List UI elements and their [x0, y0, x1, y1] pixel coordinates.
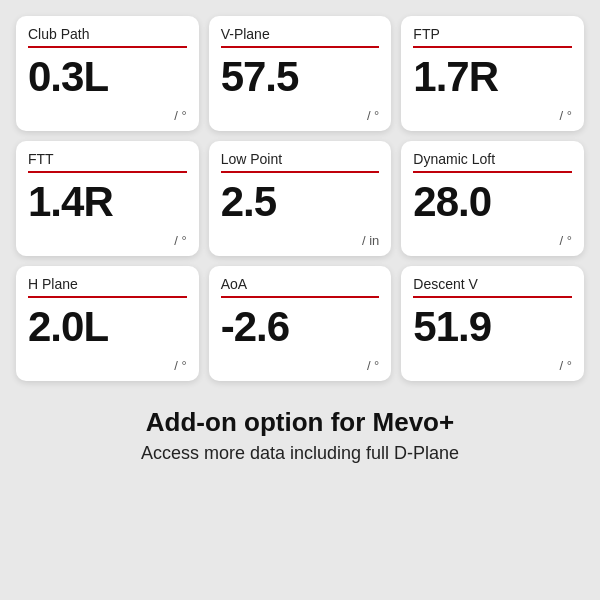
- footer-text: Add-on option for Mevo+ Access more data…: [121, 397, 479, 466]
- card-unit-ftt: / °: [174, 233, 186, 248]
- card-aoa: AoA -2.6 / °: [209, 266, 392, 381]
- card-h-plane: H Plane 2.0L / °: [16, 266, 199, 381]
- card-low-point: Low Point 2.5 / in: [209, 141, 392, 256]
- card-ftt: FTT 1.4R / °: [16, 141, 199, 256]
- card-title-ftt: FTT: [28, 151, 54, 167]
- card-divider-club-path: [28, 46, 187, 48]
- card-divider-v-plane: [221, 46, 380, 48]
- card-value-low-point: 2.5: [221, 179, 276, 225]
- card-divider-aoa: [221, 296, 380, 298]
- card-unit-dynamic-loft: / °: [560, 233, 572, 248]
- card-divider-low-point: [221, 171, 380, 173]
- card-title-v-plane: V-Plane: [221, 26, 270, 42]
- card-value-h-plane: 2.0L: [28, 304, 108, 350]
- card-value-ftt: 1.4R: [28, 179, 113, 225]
- card-value-dynamic-loft: 28.0: [413, 179, 491, 225]
- card-value-aoa: -2.6: [221, 304, 289, 350]
- card-descent-v: Descent V 51.9 / °: [401, 266, 584, 381]
- card-divider-dynamic-loft: [413, 171, 572, 173]
- card-title-ftp: FTP: [413, 26, 439, 42]
- card-value-club-path: 0.3L: [28, 54, 108, 100]
- card-title-club-path: Club Path: [28, 26, 89, 42]
- card-divider-descent-v: [413, 296, 572, 298]
- card-unit-v-plane: / °: [367, 108, 379, 123]
- footer-subline: Access more data including full D-Plane: [141, 442, 459, 465]
- card-title-aoa: AoA: [221, 276, 247, 292]
- card-unit-descent-v: / °: [560, 358, 572, 373]
- card-title-dynamic-loft: Dynamic Loft: [413, 151, 495, 167]
- card-v-plane: V-Plane 57.5 / °: [209, 16, 392, 131]
- card-divider-h-plane: [28, 296, 187, 298]
- footer-headline: Add-on option for Mevo+: [141, 407, 459, 438]
- card-value-ftp: 1.7R: [413, 54, 498, 100]
- card-title-descent-v: Descent V: [413, 276, 478, 292]
- card-title-h-plane: H Plane: [28, 276, 78, 292]
- card-unit-low-point: / in: [362, 233, 379, 248]
- card-value-descent-v: 51.9: [413, 304, 491, 350]
- card-ftp: FTP 1.7R / °: [401, 16, 584, 131]
- card-club-path: Club Path 0.3L / °: [16, 16, 199, 131]
- card-divider-ftt: [28, 171, 187, 173]
- card-unit-h-plane: / °: [174, 358, 186, 373]
- card-unit-aoa: / °: [367, 358, 379, 373]
- card-divider-ftp: [413, 46, 572, 48]
- card-grid: Club Path 0.3L / ° V-Plane 57.5 / ° FTP …: [0, 0, 600, 397]
- card-title-low-point: Low Point: [221, 151, 282, 167]
- card-dynamic-loft: Dynamic Loft 28.0 / °: [401, 141, 584, 256]
- card-value-v-plane: 57.5: [221, 54, 299, 100]
- card-unit-ftp: / °: [560, 108, 572, 123]
- card-unit-club-path: / °: [174, 108, 186, 123]
